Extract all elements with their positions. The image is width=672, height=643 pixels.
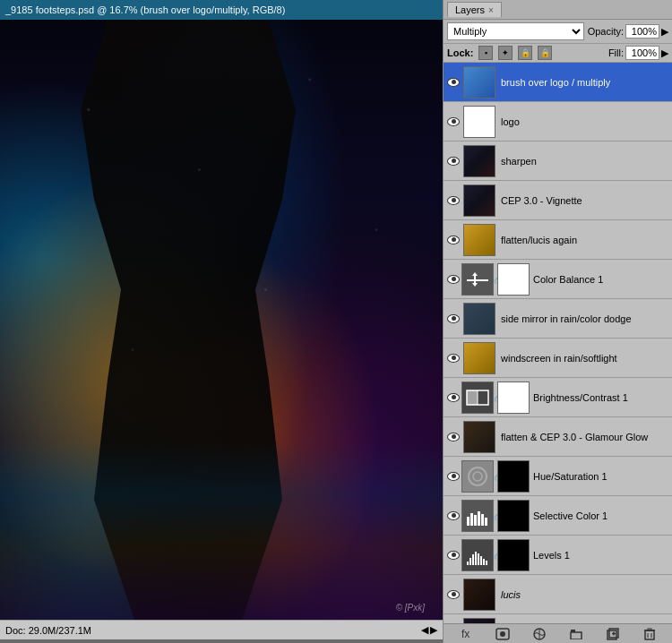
create-new-layer-button[interactable] xyxy=(604,627,622,641)
delete-layer-button[interactable] xyxy=(641,627,659,641)
layer-item[interactable]: CEP 3.0 - Vignette xyxy=(444,181,672,220)
lock-all-icon[interactable]: 🔒 xyxy=(538,46,552,60)
layer-item[interactable]: 🔗 Selective Color 1 xyxy=(444,496,672,536)
fill-arrow[interactable]: ▶ xyxy=(661,47,668,59)
new-layer-icon xyxy=(607,628,619,640)
doc-size: Doc: 29.0M/237.1M xyxy=(5,625,421,636)
lock-pixels-icon[interactable]: ▪ xyxy=(478,46,493,60)
layer-thumbnail xyxy=(463,342,495,374)
svg-rect-17 xyxy=(472,554,474,565)
layer-name: Hue/Saturation 1 xyxy=(530,471,670,482)
fill-row: Fill: 100% ▶ xyxy=(608,46,668,60)
layer-thumbnail xyxy=(463,106,495,138)
layer-item[interactable]: 🔗 Levels 1 xyxy=(444,536,672,575)
scroll-right-icon[interactable]: ▶ xyxy=(430,624,437,636)
layer-item[interactable]: flatten & CEP 3.0 - Glamour Glow xyxy=(444,417,672,457)
layers-panel: Layers × Multiply Opacity: 100% ▶ Lock: … xyxy=(443,0,672,643)
layer-item[interactable]: sharpen xyxy=(444,141,672,181)
mask-icon xyxy=(495,628,510,640)
svg-rect-22 xyxy=(486,561,487,565)
layer-visibility-toggle[interactable] xyxy=(445,181,461,220)
layer-item[interactable]: side mirror in rain/color dodge xyxy=(444,299,672,339)
layer-item[interactable]: 🔗 Brightness/Contrast 1 xyxy=(444,378,672,417)
canvas-copyright: © [Pxk] xyxy=(396,603,425,613)
layer-visibility-toggle[interactable] xyxy=(445,220,461,260)
svg-rect-19 xyxy=(478,553,479,565)
layer-mask xyxy=(497,500,530,532)
canvas-area: _9185 footsteps.psd @ 16.7% (brush over … xyxy=(0,0,443,643)
svg-rect-15 xyxy=(467,562,469,565)
svg-point-8 xyxy=(473,472,482,481)
layer-visibility-toggle[interactable] xyxy=(445,260,461,299)
layer-mask xyxy=(497,382,530,414)
layer-item[interactable]: flatten/lucis again xyxy=(444,220,672,260)
add-mask-button[interactable] xyxy=(494,627,512,641)
layer-visibility-toggle[interactable] xyxy=(445,102,461,141)
layer-visibility-toggle[interactable] xyxy=(445,457,461,496)
svg-rect-9 xyxy=(467,517,470,526)
canvas-statusbar: Doc: 29.0M/237.1M ◀ ▶ xyxy=(0,620,443,639)
layer-name: Color Balance 1 xyxy=(530,274,670,285)
svg-rect-12 xyxy=(478,511,480,526)
layer-visibility-toggle[interactable] xyxy=(445,63,461,102)
layer-item[interactable]: Background 🔒 xyxy=(444,614,672,623)
layer-thumbnail xyxy=(461,460,494,493)
eye-icon xyxy=(447,275,460,284)
svg-rect-26 xyxy=(571,632,582,639)
eye-icon xyxy=(447,551,460,560)
levels-icon xyxy=(466,549,489,567)
opacity-arrow[interactable]: ▶ xyxy=(661,26,668,38)
opacity-label: Opacity: xyxy=(588,26,624,37)
layer-visibility-toggle[interactable] xyxy=(445,496,461,536)
layer-thumbnail xyxy=(463,184,495,217)
lock-fill-row: Lock: ▪ ✦ 🔒 🔒 Fill: 100% ▶ xyxy=(444,44,672,63)
layer-item[interactable]: 🔗 Color Balance 1 xyxy=(444,260,672,299)
layers-close-icon[interactable]: × xyxy=(488,5,494,15)
layers-bottom-bar: fx xyxy=(444,623,672,643)
layers-tab[interactable]: Layers × xyxy=(447,2,502,17)
layer-name: flatten & CEP 3.0 - Glamour Glow xyxy=(497,432,670,442)
scroll-left-icon[interactable]: ◀ xyxy=(421,624,428,636)
group-layers-button[interactable] xyxy=(567,627,585,641)
add-style-button[interactable]: fx xyxy=(457,627,475,641)
svg-rect-21 xyxy=(483,559,485,565)
fill-value[interactable]: 100% xyxy=(625,46,659,60)
layers-list[interactable]: brush over logo / multiply logo sharpen … xyxy=(444,63,672,623)
lock-position-icon[interactable]: ✦ xyxy=(498,46,513,60)
layer-visibility-toggle[interactable] xyxy=(445,536,461,575)
layer-item[interactable]: brush over logo / multiply xyxy=(444,63,672,102)
opacity-value[interactable]: 100% xyxy=(625,24,659,39)
lock-label: Lock: xyxy=(447,47,473,58)
svg-rect-6 xyxy=(467,390,478,405)
eye-icon xyxy=(447,590,460,599)
scroll-arrows[interactable]: ◀ ▶ xyxy=(421,624,437,636)
layer-visibility-toggle[interactable] xyxy=(445,614,461,624)
eye-icon xyxy=(447,393,460,402)
color-balance-icon xyxy=(465,267,490,292)
layer-thumbnail xyxy=(463,421,495,453)
layer-visibility-toggle[interactable] xyxy=(445,141,461,181)
eye-icon xyxy=(447,157,460,166)
layer-thumbnail xyxy=(463,579,495,611)
layer-item[interactable]: 🔗 Hue/Saturation 1 xyxy=(444,457,672,496)
eye-icon xyxy=(447,472,460,481)
layer-visibility-toggle[interactable] xyxy=(445,378,461,417)
layer-name: Levels 1 xyxy=(530,550,670,561)
layer-item[interactable]: logo xyxy=(444,102,672,141)
layer-name: windscreen in rain/softlight xyxy=(497,353,670,364)
svg-rect-10 xyxy=(470,513,473,526)
blend-mode-select[interactable]: Multiply xyxy=(447,22,584,40)
layer-item[interactable]: windscreen in rain/softlight xyxy=(444,339,672,378)
layer-visibility-toggle[interactable] xyxy=(445,575,461,614)
layer-thumbnail xyxy=(461,500,494,532)
layer-visibility-toggle[interactable] xyxy=(445,417,461,457)
layer-item[interactable]: lucis xyxy=(444,575,672,614)
fill-label: Fill: xyxy=(608,47,624,58)
svg-rect-27 xyxy=(571,630,575,632)
layer-visibility-toggle[interactable] xyxy=(445,299,461,339)
add-adjustment-button[interactable] xyxy=(530,627,548,641)
layer-name: side mirror in rain/color dodge xyxy=(497,313,670,324)
layer-visibility-toggle[interactable] xyxy=(445,339,461,378)
lock-transparency-icon[interactable]: 🔒 xyxy=(518,46,532,60)
brightness-icon xyxy=(465,385,490,410)
